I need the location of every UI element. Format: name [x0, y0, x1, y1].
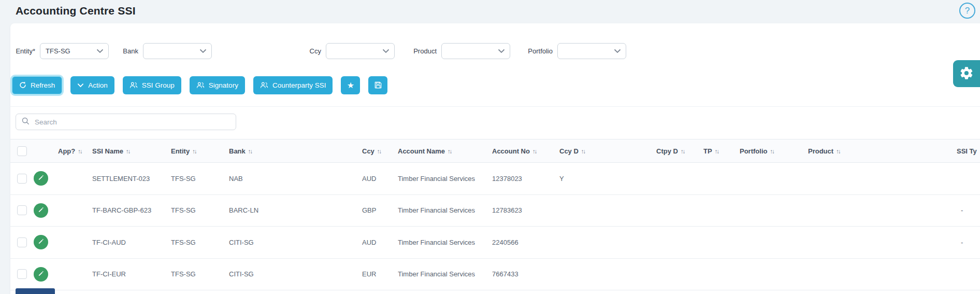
column-header-ssi-name[interactable]: SSI Name↑↓: [92, 139, 171, 163]
ssi-group-button[interactable]: SSI Group: [123, 76, 181, 94]
column-header-bank[interactable]: Bank↑↓: [229, 139, 362, 163]
column-header-account-no[interactable]: Account No↑↓: [492, 139, 559, 163]
column-header-account-name[interactable]: Account Name↑↓: [398, 139, 492, 163]
action-button[interactable]: Action: [70, 76, 114, 94]
row-checkbox[interactable]: [17, 205, 27, 215]
portfolio-select[interactable]: [557, 43, 626, 59]
cutoff-bottom-element: [16, 288, 55, 294]
cell-bank: NAB: [229, 163, 362, 195]
cell-ssi-type: [957, 258, 980, 290]
column-header-product[interactable]: Product↑↓: [808, 139, 957, 163]
bank-select[interactable]: [143, 43, 212, 59]
column-header-ccy-d[interactable]: Ccy D↑↓: [559, 139, 656, 163]
search-input[interactable]: [34, 118, 230, 127]
cell-app: [58, 194, 92, 227]
save-button[interactable]: [368, 76, 387, 94]
cell-bank: BARC-LN: [229, 194, 362, 227]
column-header-ctpy-d[interactable]: Ctpy D↑↓: [656, 139, 703, 163]
chevron-down-icon: [96, 49, 104, 53]
pencil-icon: [38, 206, 45, 215]
chevron-down-icon: [382, 49, 390, 53]
content-card: Entity* TFS-SG Bank Ccy Product: [10, 23, 980, 294]
column-header-entity[interactable]: Entity↑↓: [171, 139, 229, 163]
sort-icon: ↑↓: [248, 148, 252, 155]
signatory-button[interactable]: Signatory: [190, 76, 245, 94]
cell-account-name: Timber Financial Services: [398, 227, 492, 259]
cell-ccy-d: [559, 227, 656, 259]
row-checkbox[interactable]: [17, 237, 27, 247]
column-header-ssi-type[interactable]: SSI Ty: [957, 139, 980, 163]
select-all-checkbox[interactable]: [17, 146, 27, 156]
cell-ssi-type: [957, 163, 980, 195]
cell-entity: TFS-SG: [171, 227, 229, 259]
cell-app: [58, 227, 92, 259]
cell-ccy-d: Y: [559, 163, 656, 195]
row-checkbox[interactable]: [17, 174, 27, 184]
people-icon: [129, 81, 138, 89]
filter-product: Product: [410, 43, 510, 59]
cell-bank: CITI-SG: [229, 227, 362, 259]
cell-product: [808, 227, 957, 259]
cell-ccy: EUR: [362, 258, 398, 290]
edit-row-button[interactable]: [34, 203, 48, 218]
help-button[interactable]: ?: [959, 3, 975, 19]
cell-ssi-name: SETTLEMENT-023: [92, 163, 171, 195]
edit-row-button[interactable]: [34, 171, 48, 186]
sort-icon: ↑↓: [581, 148, 585, 155]
settings-button[interactable]: [953, 60, 980, 87]
cell-account-no: 7667433: [492, 258, 559, 290]
select-all-cell: [10, 139, 34, 163]
cell-product: [808, 258, 957, 290]
cell-tp: [703, 163, 740, 195]
sort-icon: ↑↓: [78, 148, 82, 155]
cell-portfolio: [740, 194, 808, 227]
ccy-select[interactable]: [326, 43, 395, 59]
sort-icon: ↑↓: [192, 148, 196, 155]
pencil-icon: [38, 238, 45, 246]
cell-ssi-name: TF-CI-EUR: [92, 258, 171, 290]
entity-label: Entity*: [15, 47, 35, 55]
chevron-down-icon: [199, 49, 207, 53]
column-header-tp[interactable]: TP↑↓: [703, 139, 740, 163]
edit-row-button[interactable]: [34, 235, 48, 249]
refresh-button[interactable]: Refresh: [12, 76, 62, 94]
people-icon: [196, 81, 205, 89]
edit-row-button[interactable]: [34, 267, 48, 282]
entity-select[interactable]: TFS-SG: [40, 43, 109, 59]
column-header-app[interactable]: App?↑↓: [58, 139, 92, 163]
edit-column-header: [34, 139, 58, 163]
cell-ctpy-d: [656, 258, 703, 290]
counterparty-ssi-button[interactable]: Counterparty SSI: [253, 76, 333, 94]
table-row: SETTLEMENT-023 TFS-SG NAB AUD Timber Fin…: [10, 163, 980, 195]
column-header-portfolio[interactable]: Portfolio↑↓: [740, 139, 808, 163]
portfolio-label: Portfolio: [524, 47, 553, 55]
table-row: TF-BARC-GBP-623 TFS-SG BARC-LN GBP Timbe…: [10, 194, 980, 227]
row-checkbox[interactable]: [17, 269, 27, 279]
page-title: Accounting Centre SSI: [16, 5, 136, 17]
pencil-icon: [38, 174, 45, 183]
cell-account-name: Timber Financial Services: [398, 163, 492, 195]
search-section: [10, 106, 980, 137]
sort-icon: ↑↓: [681, 148, 685, 155]
toolbar: Refresh Action SSI Group Signatory Count…: [12, 76, 387, 94]
cell-product: [808, 163, 957, 195]
top-bar: Accounting Centre SSI ?: [0, 0, 980, 23]
cell-ccy-d: [559, 194, 656, 227]
column-header-ccy[interactable]: Ccy↑↓: [362, 139, 398, 163]
cell-account-name: Timber Financial Services: [398, 258, 492, 290]
save-icon: [374, 81, 382, 89]
filter-entity: Entity* TFS-SG: [15, 43, 109, 59]
product-select[interactable]: [441, 43, 510, 59]
entity-select-value: TFS-SG: [46, 47, 70, 55]
pencil-icon: [38, 270, 45, 278]
favorite-button[interactable]: ★: [341, 76, 360, 94]
chevron-down-icon: [77, 83, 84, 88]
sort-icon: ↑↓: [448, 148, 452, 155]
people-icon: [260, 81, 268, 89]
cell-ccy-d: [559, 258, 656, 290]
cell-account-no: 12378023: [492, 163, 559, 195]
sort-icon: ↑↓: [770, 148, 774, 155]
search-icon: [21, 117, 30, 127]
cell-product: [808, 194, 957, 227]
cell-tp: [703, 258, 740, 290]
